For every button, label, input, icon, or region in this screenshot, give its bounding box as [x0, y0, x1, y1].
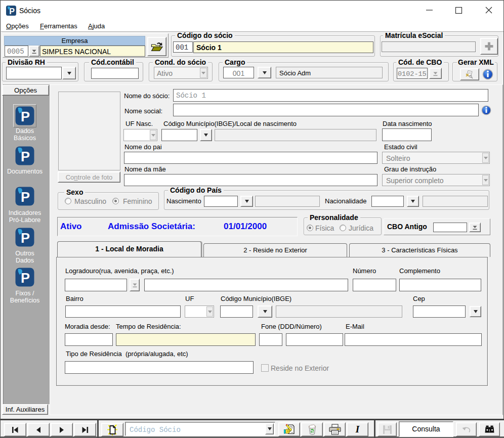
- svg-text:P: P: [21, 109, 30, 124]
- svg-text:P: P: [21, 271, 30, 286]
- svg-text:P: P: [21, 190, 30, 205]
- svg-text:P: P: [21, 231, 30, 246]
- svg-text:P: P: [21, 149, 30, 164]
